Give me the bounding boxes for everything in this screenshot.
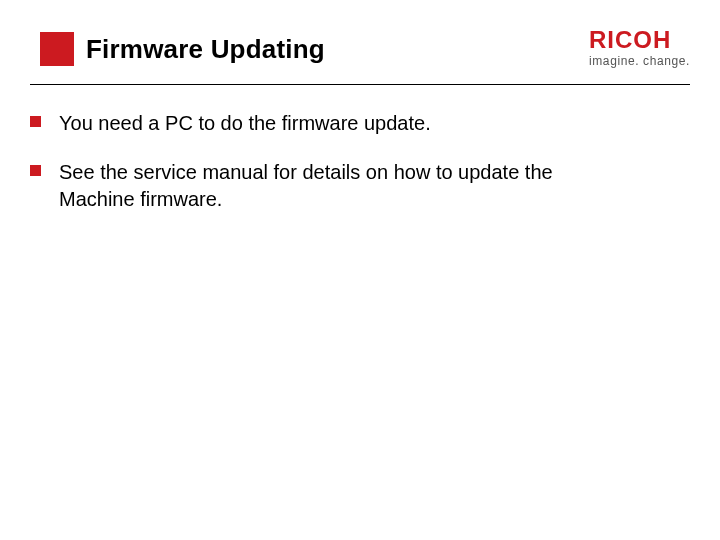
slide-title: Firmware Updating <box>86 34 325 65</box>
list-item: You need a PC to do the firmware update. <box>30 110 690 137</box>
brand-tagline: imagine. change. <box>589 54 690 68</box>
brand-name: RICOH <box>589 28 690 52</box>
title-accent-square-icon <box>40 32 74 66</box>
slide-content: You need a PC to do the firmware update.… <box>30 110 690 235</box>
slide: Firmware Updating RICOH imagine. change.… <box>0 0 720 540</box>
bullet-square-icon <box>30 116 41 127</box>
header-divider <box>30 84 690 85</box>
bullet-square-icon <box>30 165 41 176</box>
bullet-text: You need a PC to do the firmware update. <box>59 110 431 137</box>
slide-header: Firmware Updating RICOH imagine. change. <box>0 0 720 90</box>
brand-logo: RICOH imagine. change. <box>589 28 690 68</box>
list-item: See the service manual for details on ho… <box>30 159 690 213</box>
bullet-text: See the service manual for details on ho… <box>59 159 619 213</box>
